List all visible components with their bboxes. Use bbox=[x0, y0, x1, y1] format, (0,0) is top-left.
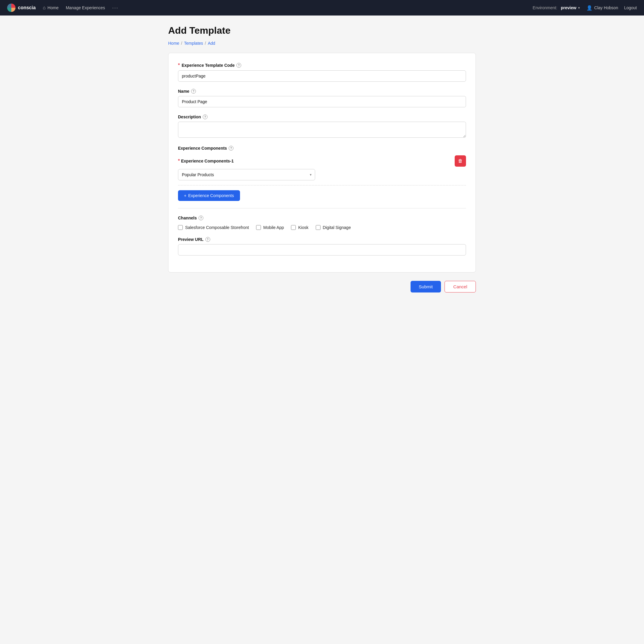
form-actions: Submit Cancel bbox=[168, 281, 476, 292]
breadcrumb-sep-2: / bbox=[205, 41, 206, 46]
breadcrumb-home[interactable]: Home bbox=[168, 41, 179, 46]
name-help[interactable]: ? bbox=[191, 89, 196, 94]
component-divider bbox=[178, 185, 466, 185]
experience-template-code-help[interactable]: ? bbox=[236, 63, 241, 68]
experience-component-item-1: * Experience Components-1 🗑 Popular Prod… bbox=[178, 155, 466, 180]
experience-components-help[interactable]: ? bbox=[229, 146, 233, 151]
logout-button[interactable]: Logout bbox=[624, 5, 637, 10]
exp-component-label-1: * Experience Components-1 bbox=[178, 158, 234, 164]
home-icon: ⌂ bbox=[43, 5, 46, 10]
channel-digital-signage-checkbox[interactable] bbox=[316, 225, 321, 230]
preview-url-input[interactable] bbox=[178, 244, 466, 256]
field-name: Name ? bbox=[178, 89, 466, 107]
channels-section: Channels ? Salesforce Composable Storefr… bbox=[178, 216, 466, 230]
name-label: Name ? bbox=[178, 89, 466, 94]
channel-mobile-app[interactable]: Mobile App bbox=[256, 225, 284, 230]
channel-salesforce-checkbox[interactable] bbox=[178, 225, 183, 230]
env-dropdown-arrow: ▼ bbox=[578, 6, 580, 10]
description-label: Description ? bbox=[178, 114, 466, 119]
channel-digital-signage[interactable]: Digital Signage bbox=[316, 225, 351, 230]
form-card: * Experience Template Code ? Name ? Desc… bbox=[168, 53, 476, 273]
trash-icon: 🗑 bbox=[458, 158, 463, 164]
breadcrumb: Home / Templates / Add bbox=[168, 41, 476, 46]
nav-manage-experiences[interactable]: Manage Experiences bbox=[66, 5, 105, 10]
nav-home[interactable]: ⌂ Home bbox=[43, 5, 59, 10]
user-icon: 👤 bbox=[586, 5, 592, 11]
channel-kiosk[interactable]: Kiosk bbox=[291, 225, 308, 230]
experience-template-code-label: * Experience Template Code ? bbox=[178, 63, 466, 68]
plus-icon: + bbox=[184, 193, 186, 198]
breadcrumb-sep-1: / bbox=[181, 41, 182, 46]
required-star: * bbox=[178, 63, 180, 68]
exp-component-header-1: * Experience Components-1 🗑 bbox=[178, 155, 466, 167]
nav-more[interactable]: ··· bbox=[112, 5, 118, 11]
brand-name: conscia bbox=[18, 5, 36, 10]
description-input[interactable] bbox=[178, 122, 466, 138]
preview-url-help[interactable]: ? bbox=[205, 237, 210, 242]
field-experience-template-code: * Experience Template Code ? bbox=[178, 63, 466, 82]
breadcrumb-current: Add bbox=[208, 41, 215, 46]
channel-mobile-app-checkbox[interactable] bbox=[256, 225, 261, 230]
user-profile[interactable]: 👤 Clay Hobson bbox=[586, 5, 618, 11]
field-preview-url: Preview URL ? bbox=[178, 237, 466, 256]
environment-selector[interactable]: Environment: preview ▼ bbox=[533, 5, 580, 10]
section-divider-1 bbox=[178, 208, 466, 208]
experience-components-section: Experience Components ? * Experience Com… bbox=[178, 146, 466, 201]
experience-template-code-input[interactable] bbox=[178, 70, 466, 82]
channels-checkboxes-row: Salesforce Composable Storefront Mobile … bbox=[178, 225, 466, 230]
breadcrumb-templates[interactable]: Templates bbox=[184, 41, 203, 46]
navbar-right: Environment: preview ▼ 👤 Clay Hobson Log… bbox=[533, 5, 637, 11]
channels-section-label: Channels ? bbox=[178, 216, 466, 220]
navbar: conscia ⌂ Home Manage Experiences ··· En… bbox=[0, 0, 644, 16]
field-description: Description ? bbox=[178, 114, 466, 139]
delete-component-1-button[interactable]: 🗑 bbox=[455, 155, 466, 167]
experience-component-select-1[interactable]: Popular Products Featured Products Recom… bbox=[178, 169, 315, 180]
channels-help[interactable]: ? bbox=[199, 216, 203, 220]
channel-kiosk-checkbox[interactable] bbox=[291, 225, 296, 230]
add-experience-component-button[interactable]: + Experience Components bbox=[178, 190, 240, 201]
experience-component-select-wrapper-1: Popular Products Featured Products Recom… bbox=[178, 169, 315, 180]
name-input[interactable] bbox=[178, 96, 466, 107]
page-content: Add Template Home / Templates / Add * Ex… bbox=[161, 16, 483, 302]
experience-components-section-label: Experience Components ? bbox=[178, 146, 466, 151]
preview-url-label: Preview URL ? bbox=[178, 237, 466, 242]
channel-salesforce[interactable]: Salesforce Composable Storefront bbox=[178, 225, 249, 230]
required-star-component: * bbox=[178, 158, 180, 164]
brand-logo[interactable]: conscia bbox=[7, 4, 36, 12]
description-help[interactable]: ? bbox=[203, 114, 208, 119]
logo-icon bbox=[7, 4, 16, 12]
page-title: Add Template bbox=[168, 25, 476, 36]
submit-button[interactable]: Submit bbox=[411, 281, 441, 292]
cancel-button[interactable]: Cancel bbox=[445, 281, 476, 292]
